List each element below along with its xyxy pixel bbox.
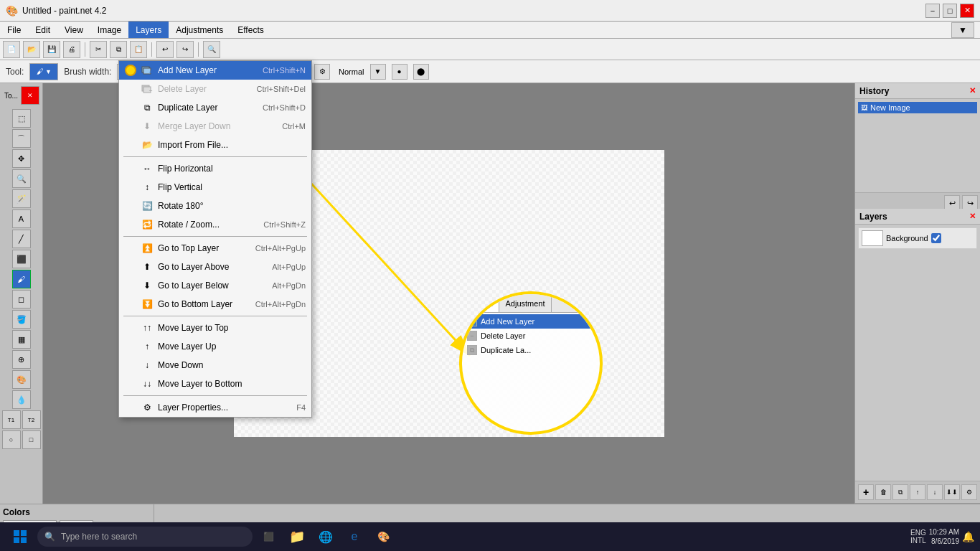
notification-icon[interactable]: 🔔: [962, 531, 974, 542]
layer-item-background[interactable]: Background: [858, 227, 977, 249]
eraser-tool[interactable]: ◻: [12, 290, 31, 309]
redo-btn[interactable]: ↪: [176, 41, 194, 58]
maximize-button[interactable]: □: [943, 4, 957, 18]
move-layer-down-btn[interactable]: ↓: [927, 484, 943, 500]
tool-selector[interactable]: 🖌 ▼: [29, 63, 58, 80]
menu-duplicate-layer[interactable]: ⧉ Duplicate Layer Ctrl+Shift+D: [119, 98, 311, 117]
menu-go-top-layer[interactable]: ⏫ Go to Top Layer Ctrl+Alt+PgUp: [119, 239, 311, 258]
zoom-duplicate-layer-item: ⧉ Duplicate La...: [463, 343, 598, 357]
menu-rotate-zoom[interactable]: 🔁 Rotate / Zoom... Ctrl+Shift+Z: [119, 215, 311, 234]
menu-layer-properties[interactable]: ⚙ Layer Properties... F4: [119, 398, 311, 417]
menu-add-new-layer[interactable]: + Add New Layer Ctrl+Shift+N: [119, 61, 311, 80]
add-layer-btn[interactable]: +: [858, 484, 874, 500]
menu-import-from-file[interactable]: 📂 Import From File...: [119, 136, 311, 154]
copy-btn[interactable]: ⧉: [110, 41, 127, 58]
taskbar-search[interactable]: 🔍 Type here to search: [37, 527, 253, 547]
delete-layer-btn[interactable]: 🗑: [875, 484, 891, 500]
new-btn[interactable]: 📄: [3, 41, 20, 58]
menu-move-layer-up[interactable]: ↑ Move Layer Up: [119, 337, 311, 356]
taskbar-paintnet[interactable]: 🎨: [370, 524, 396, 550]
close-button[interactable]: ✕: [960, 4, 974, 18]
history-content: 🖼 New Image: [855, 99, 980, 192]
menu-move-layer-top[interactable]: ↑↑ Move Layer to Top: [119, 319, 311, 337]
select-rect-tool[interactable]: ⬚: [12, 109, 31, 128]
menu-image[interactable]: Image: [90, 22, 128, 38]
menu-view[interactable]: View: [57, 22, 90, 38]
title-bar-left: 🎨 Untitled - paint.net 4.2: [6, 5, 106, 17]
blend-dropdown[interactable]: ▼: [370, 64, 386, 80]
layer-thumbnail: [862, 230, 883, 246]
menu-effects[interactable]: Effects: [230, 22, 270, 38]
zoom-tool[interactable]: 🔍: [12, 169, 31, 188]
text-style-tool[interactable]: T2: [22, 410, 41, 429]
ellipse-tool[interactable]: ○: [2, 430, 21, 449]
fill-extra-btn[interactable]: ⚙: [314, 64, 330, 80]
menu-flip-horizontal[interactable]: ↔ Flip Horizontal: [119, 159, 311, 178]
shapes-tool[interactable]: ⬛: [12, 250, 31, 268]
text-size-tool[interactable]: T1: [2, 410, 21, 429]
layers-close-btn[interactable]: ✕: [969, 212, 976, 221]
menu-go-layer-above[interactable]: ⬆ Go to Layer Above Alt+PgUp: [119, 258, 311, 276]
merge-layer-btn[interactable]: ⬇⬇: [944, 484, 960, 500]
cut-btn[interactable]: ✂: [90, 41, 107, 58]
opacity-btn[interactable]: ●: [392, 64, 407, 80]
recolor-tool[interactable]: 🎨: [12, 370, 31, 389]
taskbar-edge[interactable]: 🌐: [313, 524, 339, 550]
add-new-layer-label: Add New Layer: [158, 65, 258, 75]
svg-rect-2: [14, 530, 19, 536]
menu-rotate-180[interactable]: 🔄 Rotate 180°: [119, 197, 311, 215]
opacity-slider[interactable]: ⬤: [413, 64, 429, 80]
minimize-button[interactable]: −: [925, 4, 940, 18]
dropdown-btn[interactable]: ▼: [951, 22, 974, 38]
history-close-btn[interactable]: ✕: [969, 86, 976, 95]
to-label: To...: [3, 86, 19, 105]
duplicate-layer-btn[interactable]: ⧉: [892, 484, 908, 500]
clone-tool[interactable]: ⊕: [12, 350, 31, 369]
gradient-tool[interactable]: ▦: [12, 330, 31, 349]
go-layer-above-icon: ⬆: [141, 260, 154, 273]
taskbar-right: ENGINTL 10:29 AM8/6/2019 🔔: [910, 527, 974, 546]
paste-btn[interactable]: 📋: [130, 41, 147, 58]
sep1: [85, 42, 85, 57]
layer-visibility-checkbox[interactable]: [931, 233, 941, 243]
move-tool[interactable]: ✥: [12, 149, 31, 168]
taskbar-ie[interactable]: e: [341, 524, 367, 550]
menu-move-layer-bottom[interactable]: ↓↓ Move Layer to Bottom: [119, 375, 311, 393]
zoom-btn[interactable]: 🔍: [203, 41, 220, 58]
menu-adjustments[interactable]: Adjustments: [169, 22, 230, 38]
layer-properties-btn[interactable]: ⚙: [961, 484, 977, 500]
menu-file[interactable]: File: [0, 22, 28, 38]
menu-go-bottom-layer[interactable]: ⏬ Go to Bottom Layer Ctrl+Alt+PgDn: [119, 295, 311, 314]
magic-wand-tool[interactable]: 🪄: [12, 189, 31, 208]
fill-tool[interactable]: 🪣: [12, 310, 31, 329]
import-icon: 📂: [141, 138, 154, 151]
open-btn[interactable]: 📂: [23, 41, 40, 58]
menu-edit[interactable]: Edit: [28, 22, 57, 38]
cancel-tool-btn[interactable]: ✕: [21, 86, 39, 105]
undo-btn[interactable]: ↩: [156, 41, 174, 58]
print-btn[interactable]: 🖨: [63, 41, 80, 58]
menu-move-layer-down[interactable]: ↓ Move Down: [119, 356, 311, 375]
move-layer-up-btn[interactable]: ↑: [910, 484, 925, 500]
taskbar-files[interactable]: 📁: [284, 524, 310, 550]
save-btn[interactable]: 💾: [43, 41, 60, 58]
select-lasso-tool[interactable]: ⌒: [12, 129, 31, 148]
menu-flip-vertical[interactable]: ↕ Flip Vertical: [119, 178, 311, 197]
menu-go-layer-below[interactable]: ⬇ Go to Layer Below Alt+PgDn: [119, 276, 311, 295]
start-button[interactable]: [6, 524, 34, 550]
brush-tool[interactable]: 🖌: [12, 270, 31, 288]
taskbar-task-view[interactable]: ⬛: [255, 524, 281, 550]
zoom-tab-adjustment[interactable]: Adjustment: [499, 294, 551, 312]
menu-layers[interactable]: Layers: [128, 22, 169, 38]
go-top-layer-icon: ⏫: [141, 242, 154, 255]
text-tool[interactable]: A: [12, 209, 31, 228]
go-bottom-layer-icon: ⏬: [141, 298, 154, 311]
line-tool[interactable]: ╱: [12, 230, 31, 248]
add-new-layer-shortcut: Ctrl+Shift+N: [263, 66, 306, 75]
history-item-new-image[interactable]: 🖼 New Image: [858, 102, 977, 113]
rect-tool[interactable]: □: [22, 430, 41, 449]
menu-delete-layer[interactable]: − Delete Layer Ctrl+Shift+Del: [119, 80, 311, 98]
eyedropper-tool[interactable]: 💧: [12, 390, 31, 409]
menu-merge-layer-down[interactable]: ⬇ Merge Layer Down Ctrl+M: [119, 117, 311, 136]
flip-horizontal-icon: ↔: [141, 162, 154, 175]
